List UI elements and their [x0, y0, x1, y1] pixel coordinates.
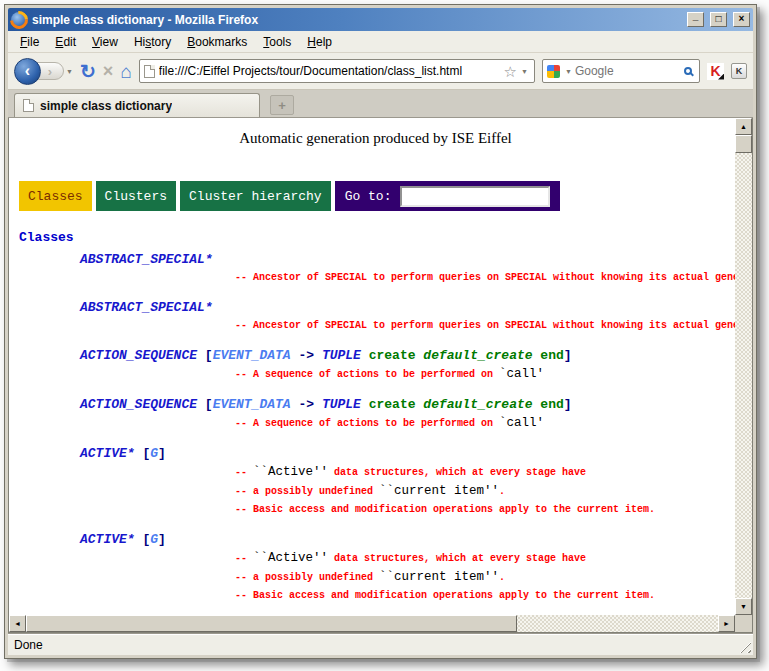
code-segment: create: [369, 397, 416, 412]
class-entry: ACTION_SEQUENCE [EVENT_DATA -> TUPLE cre…: [16, 396, 735, 433]
history-dropdown-icon[interactable]: ▼: [66, 68, 73, 75]
code-segment: [: [135, 446, 151, 461]
scroll-left-icon[interactable]: ◄: [9, 615, 26, 632]
search-icon[interactable]: [684, 67, 692, 75]
page-title: Automatic generation produced by ISE Eif…: [16, 130, 735, 147]
url-dropdown-icon[interactable]: ▼: [521, 68, 530, 75]
code-segment: [: [197, 348, 213, 363]
search-input[interactable]: [575, 64, 681, 78]
search-box[interactable]: ▼: [542, 59, 700, 83]
class-signature: ACTION_SEQUENCE [EVENT_DATA -> TUPLE cre…: [16, 347, 735, 365]
menu-bookmarks[interactable]: Bookmarks: [179, 32, 255, 52]
classes-section-title: Classes: [16, 229, 735, 247]
classes-button[interactable]: Classes: [19, 181, 92, 211]
goto-input[interactable]: [400, 186, 550, 207]
back-button[interactable]: ‹: [14, 58, 41, 85]
menu-help[interactable]: Help: [299, 32, 340, 52]
firefox-icon: [11, 12, 27, 28]
code-segment: `call': [499, 367, 544, 381]
code-segment: .: [499, 486, 505, 497]
vertical-scroll-thumb[interactable]: [735, 135, 752, 153]
horizontal-scrollbar[interactable]: ◄ ►: [9, 615, 735, 632]
home-icon[interactable]: ⌂: [120, 62, 131, 81]
resize-grip[interactable]: [738, 640, 751, 653]
close-button[interactable]: ×: [733, 12, 750, 27]
vertical-scroll-track[interactable]: [735, 135, 752, 598]
vertical-scrollbar[interactable]: ▲ ▼: [735, 118, 752, 615]
stop-icon[interactable]: ×: [103, 62, 114, 80]
code-segment: end: [540, 348, 563, 363]
cluster-hierarchy-button[interactable]: Cluster hierarchy: [180, 181, 331, 211]
clusters-button[interactable]: Clusters: [96, 181, 176, 211]
class-entry: ABSTRACT_SPECIAL*-- Ancestor of SPECIAL …: [16, 299, 735, 335]
class-entry: ACTION_SEQUENCE [EVENT_DATA -> TUPLE cre…: [16, 347, 735, 384]
class-comment: -- ``Active'' data structures, which at …: [16, 463, 735, 482]
menu-bar: FileEditViewHistoryBookmarksToolsHelp: [8, 31, 753, 53]
url-input[interactable]: [159, 64, 500, 78]
page-content-area: Automatic generation produced by ISE Eif…: [8, 118, 753, 633]
page-icon: [144, 65, 155, 78]
status-bar: Done: [8, 633, 753, 655]
code-segment: -- A sequence of actions to be performed…: [235, 418, 499, 429]
tab-simple-class-dictionary[interactable]: simple class dictionary: [14, 93, 260, 117]
class-entry: ACTIVE* [G]-- ``Active'' data structures…: [16, 531, 735, 605]
class-signature: ACTIVE* [G]: [16, 531, 735, 549]
reload-icon[interactable]: ↻: [80, 62, 96, 81]
class-link[interactable]: TUPLE: [322, 397, 361, 412]
class-link[interactable]: ABSTRACT_SPECIAL*: [80, 300, 213, 315]
class-comment: -- a possibly undefined ``current item''…: [16, 482, 735, 501]
class-link[interactable]: ACTIVE*: [80, 532, 135, 547]
code-segment: ]: [158, 532, 166, 547]
menu-tools[interactable]: Tools: [255, 32, 299, 52]
menu-history[interactable]: History: [126, 32, 179, 52]
scroll-up-icon[interactable]: ▲: [735, 118, 752, 135]
address-bar[interactable]: ☆ ▼: [139, 59, 535, 83]
class-link[interactable]: ABSTRACT_SPECIAL*: [80, 252, 213, 267]
code-segment: -- a possibly undefined: [235, 486, 379, 497]
menu-file[interactable]: File: [12, 32, 47, 52]
horizontal-scroll-track[interactable]: [26, 615, 718, 632]
class-signature: ACTION_SEQUENCE [EVENT_DATA -> TUPLE cre…: [16, 396, 735, 414]
class-signature: ABSTRACT_SPECIAL*: [16, 299, 735, 317]
goto-label: Go to:: [345, 189, 392, 204]
code-segment: ]: [564, 348, 572, 363]
scroll-down-icon[interactable]: ▼: [735, 598, 752, 615]
code-segment: ]: [564, 397, 572, 412]
title-bar[interactable]: simple class dictionary - Mozilla Firefo…: [8, 8, 753, 31]
window-title: simple class dictionary - Mozilla Firefo…: [32, 13, 681, 27]
class-comment: -- Basic access and modification operati…: [16, 501, 735, 519]
class-link[interactable]: TUPLE: [322, 348, 361, 363]
class-link[interactable]: ACTION_SEQUENCE: [80, 397, 197, 412]
code-segment: ``current item'': [379, 570, 499, 584]
new-tab-button[interactable]: +: [270, 95, 294, 115]
class-signature: ACTIVE* [G]: [16, 445, 735, 463]
maximize-button[interactable]: □: [710, 12, 727, 27]
code-segment: ``Active'': [253, 551, 328, 565]
menu-edit[interactable]: Edit: [47, 32, 84, 52]
keyboard-key-icon[interactable]: K: [731, 63, 747, 79]
code-segment: create: [369, 348, 416, 363]
search-engine-dropdown-icon[interactable]: ▼: [565, 68, 572, 75]
class-comment: -- Ancestor of SPECIAL to perform querie…: [16, 269, 735, 287]
tab-page-icon: [23, 99, 34, 112]
class-link[interactable]: ACTION_SEQUENCE: [80, 348, 197, 363]
code-segment: ]: [158, 446, 166, 461]
kaspersky-icon[interactable]: K: [707, 63, 724, 80]
code-segment: [361, 348, 369, 363]
code-segment: ``Active'': [253, 465, 328, 479]
code-segment: EVENT_DATA: [213, 397, 291, 412]
class-entry: ABSTRACT_SPECIAL*-- Ancestor of SPECIAL …: [16, 251, 735, 287]
menu-view[interactable]: View: [84, 32, 126, 52]
tab-label: simple class dictionary: [40, 99, 172, 113]
code-segment: --: [235, 467, 253, 478]
bookmark-star-icon[interactable]: ☆: [504, 64, 517, 79]
code-segment: -- Basic access and modification operati…: [235, 504, 655, 515]
document-page: Automatic generation produced by ISE Eif…: [9, 118, 735, 615]
code-segment: -- Ancestor of SPECIAL to perform querie…: [235, 320, 735, 331]
class-link[interactable]: ACTIVE*: [80, 446, 135, 461]
horizontal-scroll-thumb[interactable]: [26, 615, 517, 632]
scroll-right-icon[interactable]: ►: [718, 615, 735, 632]
code-segment: .: [499, 572, 505, 583]
back-forward-cluster: ‹ › ▼: [14, 58, 73, 85]
minimize-button[interactable]: _: [687, 12, 704, 27]
